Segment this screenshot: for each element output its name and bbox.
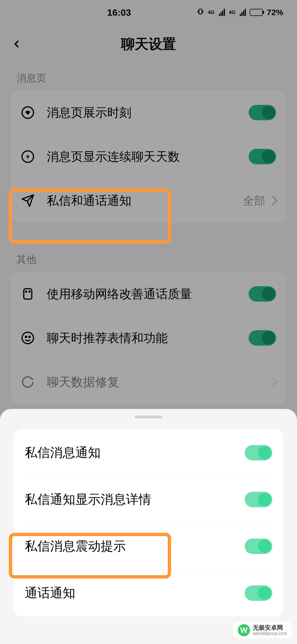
toggle-dm-detail[interactable] (245, 492, 272, 507)
row-chat-days[interactable]: 消息页显示连续聊天天数 (11, 135, 286, 179)
sheet-row-dm-notify[interactable]: 私信消息通知 (14, 429, 283, 476)
row-label: 消息页显示连续聊天天数 (47, 149, 249, 165)
status-time: 16:03 (41, 7, 197, 18)
sheet-row-call-notify[interactable]: 通话通知 (14, 570, 283, 616)
svg-point-4 (26, 291, 27, 292)
section-label-messages: 消息页 (0, 63, 297, 91)
toggle-show-moments[interactable] (249, 105, 276, 120)
row-data-repair[interactable]: 聊天数据修复 (11, 360, 286, 404)
svg-point-8 (29, 336, 30, 337)
watermark-logo: W (238, 624, 250, 636)
row-dm-call-notify[interactable]: 私信和通话通知 全部 (11, 179, 286, 223)
status-bar: 16:03 4G 4G 72% (0, 0, 297, 25)
refresh-icon (21, 375, 35, 389)
vibrate-icon (197, 8, 204, 17)
sheet-row-label: 通话通知 (25, 585, 245, 602)
toggle-dm-notify[interactable] (245, 445, 272, 460)
messages-card: 消息页展示时刻 消息页显示连续聊天天数 私信和通话通知 全部 (11, 91, 286, 223)
row-label: 聊天时推荐表情和功能 (47, 330, 249, 346)
svg-point-6 (22, 332, 34, 344)
heart-circle-icon (21, 106, 35, 119)
watermark: W 无极安卓网 wjhotelgroup.com (233, 622, 292, 638)
watermark-title: 无极安卓网 (253, 624, 287, 631)
watermark-url: wjhotelgroup.com (253, 631, 287, 636)
toggle-dm-vibrate[interactable] (245, 539, 272, 554)
bolt-circle-icon (21, 150, 35, 163)
sheet-row-label: 私信通知显示消息详情 (25, 491, 245, 508)
svg-point-7 (25, 336, 27, 337)
battery-icon (250, 9, 263, 16)
toggle-chat-days[interactable] (249, 149, 276, 164)
row-show-moments[interactable]: 消息页展示时刻 (11, 91, 286, 135)
row-label: 消息页展示时刻 (47, 105, 249, 121)
battery-percent: 72% (267, 8, 283, 17)
svg-point-5 (29, 291, 30, 292)
sheet-row-dm-vibrate[interactable]: 私信消息震动提示 (14, 523, 283, 570)
smile-icon (21, 331, 35, 345)
svg-rect-0 (199, 9, 202, 14)
row-label: 聊天数据修复 (47, 374, 270, 390)
page-title: 聊天设置 (0, 35, 297, 53)
row-mobile-quality[interactable]: 使用移动网络改善通话质量 (11, 272, 286, 316)
chevron-right-icon (268, 196, 277, 205)
other-card: 使用移动网络改善通话质量 聊天时推荐表情和功能 聊天数据修复 (11, 272, 286, 404)
row-value: 全部 (243, 193, 265, 208)
sim-icon (21, 287, 35, 301)
section-label-other: 其他 (0, 245, 297, 272)
header: 聊天设置 (0, 25, 297, 63)
toggle-mobile-quality[interactable] (249, 286, 276, 302)
bottom-sheet: 私信消息通知 私信通知显示消息详情 私信消息震动提示 通话通知 (0, 409, 297, 644)
signal-icon-1 (219, 9, 225, 16)
toggle-emoji-suggest[interactable] (249, 330, 276, 346)
svg-rect-3 (24, 289, 32, 299)
sheet-drag-handle[interactable] (135, 416, 162, 418)
sheet-card: 私信消息通知 私信通知显示消息详情 私信消息震动提示 通话通知 (14, 429, 283, 616)
status-right: 4G 4G 72% (197, 8, 283, 17)
network-label-2: 4G (229, 10, 235, 15)
sheet-row-label: 私信消息通知 (25, 444, 245, 461)
row-emoji-suggest[interactable]: 聊天时推荐表情和功能 (11, 316, 286, 360)
sheet-row-label: 私信消息震动提示 (25, 538, 245, 555)
paper-plane-icon (21, 194, 35, 208)
sheet-row-dm-detail[interactable]: 私信通知显示消息详情 (14, 476, 283, 523)
network-label-1: 4G (208, 10, 215, 15)
toggle-call-notify[interactable] (245, 585, 272, 601)
signal-icon-2 (240, 9, 246, 16)
row-label: 使用移动网络改善通话质量 (47, 286, 249, 302)
row-label: 私信和通话通知 (47, 193, 243, 209)
chevron-right-icon (268, 377, 277, 387)
